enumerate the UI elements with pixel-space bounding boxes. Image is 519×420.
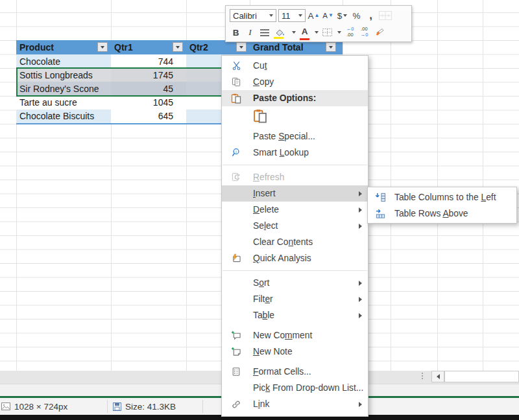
menu-item-quick-analysis[interactable]: Quick Analysis bbox=[222, 250, 368, 266]
submenu-item-table-columns-left[interactable]: Table Columns to the Left bbox=[368, 189, 516, 205]
filter-caret-icon bbox=[239, 46, 243, 49]
caret-up-icon: ▲ bbox=[315, 13, 320, 18]
menu-item-link[interactable]: Link bbox=[222, 396, 368, 412]
menu-item-new-note[interactable]: New Note bbox=[222, 344, 368, 360]
horizontal-scrollbar-track[interactable] bbox=[444, 371, 519, 382]
bold-button[interactable]: B bbox=[230, 25, 242, 40]
menu-separator bbox=[223, 165, 367, 165]
chevron-down-icon bbox=[269, 14, 273, 17]
percent-style-button[interactable]: % bbox=[350, 8, 363, 23]
cell-product[interactable]: Chocolate Biscuits bbox=[16, 110, 111, 123]
align-center-button[interactable] bbox=[258, 25, 271, 40]
chevron-down-icon[interactable] bbox=[337, 31, 341, 34]
submenu-item-table-rows-above[interactable]: Table Rows Above bbox=[368, 205, 516, 222]
submenu-arrow-icon bbox=[359, 281, 362, 286]
increase-font-size-button[interactable]: A▲ bbox=[308, 8, 320, 23]
caret-down-icon: ▼ bbox=[328, 13, 333, 18]
header-label: Qtr2 bbox=[189, 42, 208, 52]
menu-item-new-comment[interactable]: New Comment bbox=[222, 327, 368, 344]
insert-submenu: Table Columns to the Left Table Rows Abo… bbox=[367, 187, 517, 224]
menu-item-format-cells[interactable]: Format Cells... bbox=[222, 364, 368, 380]
header-cell-qtr2[interactable]: Qtr2 bbox=[186, 40, 250, 54]
menu-item-insert[interactable]: Insert bbox=[222, 185, 368, 202]
format-painter-icon bbox=[374, 28, 384, 37]
quick-analysis-icon bbox=[228, 253, 245, 263]
copy-icon bbox=[228, 77, 245, 87]
comma-style-button[interactable]: , bbox=[365, 8, 377, 23]
italic-button[interactable]: I bbox=[244, 25, 256, 40]
format-painter-button[interactable] bbox=[372, 25, 385, 40]
filter-caret-icon bbox=[329, 46, 333, 49]
chevron-down-icon[interactable] bbox=[292, 31, 296, 34]
menu-item-filter[interactable]: Filter bbox=[222, 291, 368, 307]
dimensions-section: 1028 × 724px bbox=[0, 402, 107, 412]
status-divider bbox=[202, 400, 203, 413]
scrollbar-splitter-handle[interactable] bbox=[422, 373, 423, 379]
menu-item-sort[interactable]: Sort bbox=[222, 275, 368, 291]
fill-bucket-icon bbox=[275, 29, 285, 36]
borders-button[interactable] bbox=[321, 25, 333, 40]
filter-dropdown-button[interactable] bbox=[173, 42, 183, 52]
cell-product[interactable]: Sottis Longbreads bbox=[16, 68, 111, 82]
font-color-swatch bbox=[300, 38, 309, 40]
header-cell-product[interactable]: Product bbox=[16, 40, 111, 54]
submenu-arrow-icon bbox=[359, 224, 362, 229]
link-icon bbox=[228, 400, 245, 409]
mini-toolbar: Calibri 11 A▲ A▼ $ % , B I bbox=[225, 5, 412, 42]
menu-item-refresh: Refresh bbox=[222, 169, 368, 185]
image-icon bbox=[1, 402, 10, 410]
paste-button[interactable] bbox=[253, 109, 267, 126]
cell-qtr1[interactable]: 45 bbox=[111, 82, 186, 95]
cell-qtr1[interactable]: 744 bbox=[111, 54, 186, 68]
header-label: Grand Total bbox=[253, 42, 304, 52]
menu-item-cut[interactable]: Cut bbox=[222, 58, 368, 74]
header-cell-grand-total[interactable]: Grand Total bbox=[250, 40, 343, 54]
cell-product[interactable]: Tarte au sucre bbox=[16, 96, 111, 110]
chevron-down-icon bbox=[298, 14, 302, 17]
chevron-down-icon[interactable] bbox=[315, 31, 319, 34]
filter-dropdown-button[interactable] bbox=[97, 42, 108, 52]
decrease-decimal-button[interactable]: ←0.00 bbox=[344, 25, 356, 40]
merge-center-button bbox=[379, 8, 392, 23]
header-cell-qtr1[interactable]: Qtr1 bbox=[111, 40, 186, 54]
cell-qtr1[interactable]: 1045 bbox=[111, 96, 186, 110]
cell-qtr1[interactable]: 645 bbox=[111, 110, 186, 123]
menu-item-clear-contents[interactable]: Clear Contents bbox=[222, 234, 368, 250]
accounting-format-button[interactable]: $ bbox=[336, 8, 348, 23]
smart-lookup-icon: i bbox=[228, 148, 245, 158]
font-name-dropdown[interactable]: Calibri bbox=[230, 9, 276, 22]
submenu-arrow-icon bbox=[359, 297, 362, 302]
gridline-vertical bbox=[483, 0, 483, 371]
image-dimensions-text: 1028 × 724px bbox=[14, 402, 67, 412]
menu-item-pick-from-list[interactable]: Pick From Drop-down List... bbox=[222, 380, 368, 396]
increase-decimal-button[interactable]: .00→0 bbox=[358, 25, 370, 40]
cell-qtr1[interactable]: 1745 bbox=[111, 68, 186, 82]
font-color-button[interactable]: A bbox=[298, 25, 311, 41]
table-rows-above-icon bbox=[372, 208, 388, 219]
fill-color-button[interactable] bbox=[272, 25, 288, 40]
refresh-icon bbox=[228, 172, 245, 182]
submenu-arrow-icon bbox=[359, 402, 362, 407]
cell-product[interactable]: Sir Rodney's Scone bbox=[16, 82, 111, 95]
toolbar-row-2: B I A bbox=[230, 24, 407, 41]
chevron-down-icon bbox=[343, 14, 347, 17]
excel-screenshot: Product Qtr1 Qtr2 Grand Total Chocolate … bbox=[0, 0, 519, 420]
cell-product[interactable]: Chocolate bbox=[16, 54, 111, 68]
fill-color-swatch bbox=[274, 37, 284, 39]
table-header-row: Product Qtr1 Qtr2 Grand Total bbox=[16, 40, 343, 54]
font-size-dropdown[interactable]: 11 bbox=[278, 9, 306, 22]
menu-item-table[interactable]: Table bbox=[222, 307, 368, 323]
gridline-vertical bbox=[391, 0, 391, 371]
menu-item-delete[interactable]: Delete bbox=[222, 202, 368, 218]
menu-item-paste-special[interactable]: Paste Special... bbox=[222, 128, 368, 145]
menu-separator bbox=[223, 270, 367, 271]
filter-dropdown-button[interactable] bbox=[236, 42, 247, 52]
scroll-left-icon bbox=[437, 374, 440, 379]
decrease-font-size-button[interactable]: A▼ bbox=[322, 8, 334, 23]
scroll-left-button[interactable] bbox=[431, 371, 444, 382]
menu-item-smart-lookup[interactable]: i Smart Lookup bbox=[222, 145, 368, 161]
table-columns-left-icon bbox=[372, 192, 388, 203]
menu-item-select[interactable]: Select bbox=[222, 218, 368, 234]
filter-dropdown-button[interactable] bbox=[326, 42, 336, 52]
menu-item-copy[interactable]: Copy bbox=[222, 74, 368, 90]
